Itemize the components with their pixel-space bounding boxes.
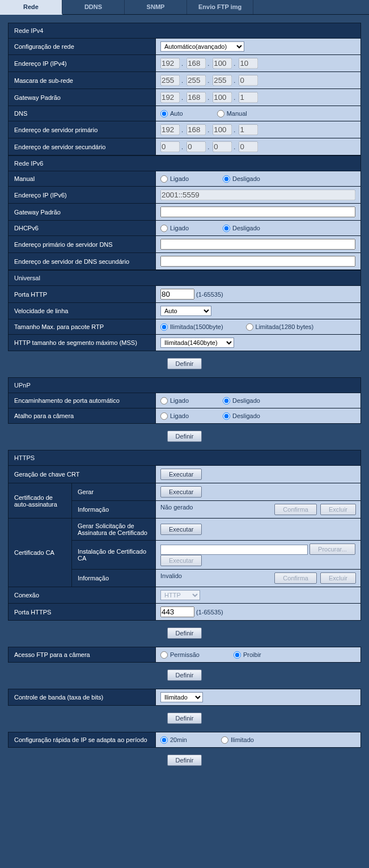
dns-auto-label: Auto [170,110,183,117]
fastip-20min-label: 20min [170,736,187,743]
ipv6-ip-input[interactable] [160,189,355,200]
dhcpv6-on-label: Ligado [170,225,189,231]
ca-delete-button[interactable]: Excluir [320,572,356,584]
dhcpv6-on-radio[interactable] [160,225,168,232]
ca-csr-exec-button[interactable]: Executar [160,524,202,535]
rtp-limited-radio[interactable] [246,323,253,331]
bw-label: Controle de banda (taxa de bits) [9,689,156,706]
ftp-label: Acesso FTP para a câmera [9,647,156,663]
upnp-fwd-on-label: Ligado [170,397,189,404]
dhcpv6-off-radio[interactable] [223,225,230,232]
bw-select[interactable]: Ilimitado [160,692,203,702]
dns2-o3[interactable] [213,141,232,152]
dns-manual-radio[interactable] [217,110,224,117]
dns1-o2[interactable] [186,124,206,135]
dns2-label: Endereço de servidor secundário [9,138,156,155]
dhcpv6-off-label: Desligado [232,225,260,231]
rtp-limited-label: Limitada(1280 bytes) [256,323,314,330]
http-port-label: Porta HTTP [9,286,156,303]
ipv6-dns2-input[interactable] [160,256,355,267]
ipv6-dns1-input[interactable] [160,239,355,250]
ftp-deny-label: Proibir [243,651,261,658]
gw-o3[interactable] [213,92,232,103]
mss-select[interactable]: Ilimitada(1460byte) [160,338,234,348]
mask-o1[interactable] [160,75,180,86]
ca-install-exec-button[interactable]: Executar [160,555,202,566]
ca-confirm-button[interactable]: Confirma [274,572,317,584]
ipv6-header: Rede IPv6 [9,156,361,171]
gw-o4[interactable] [239,92,258,103]
ipv4-header: Rede IPv4 [9,23,361,39]
upnp-shortcut-on-radio[interactable] [160,412,168,420]
linespeed-select[interactable]: Auto [160,306,211,316]
ftp-deny-radio[interactable] [234,651,241,659]
fastip-unlimited-radio[interactable] [221,736,228,744]
tab-snmp[interactable]: SNMP [125,0,187,14]
dns-manual-label: Manual [227,110,247,117]
crt-exec-button[interactable]: Executar [160,469,202,480]
dns-label: DNS [9,106,156,121]
upnp-fwd-off-label: Desligado [232,397,260,404]
ipv4-ip-o2[interactable] [186,58,206,69]
ipv6-manual-on-radio[interactable] [160,175,168,183]
fastip-section: Configuração rápida de IP se adapta ao p… [8,732,361,748]
mask-o2[interactable] [186,75,206,86]
set-button-bw[interactable]: Definir [167,713,202,724]
set-button-upnp[interactable]: Definir [167,431,202,442]
https-port-input[interactable] [160,606,194,617]
mask-o3[interactable] [213,75,232,86]
ca-browse-button[interactable]: Procurar... [309,543,355,555]
ipv6-gw-input[interactable] [160,207,355,217]
http-port-input[interactable] [160,289,194,300]
https-header: HTTPS [9,450,361,466]
ftp-allow-radio[interactable] [160,651,168,659]
dns1-o4[interactable] [239,124,258,135]
set-button-https[interactable]: Definir [167,627,202,639]
selfcert-info-value: Não gerado [160,504,193,511]
netconf-select[interactable]: Automático(avançado) [160,41,244,52]
upnp-shortcut-off-radio[interactable] [223,412,230,420]
mask-label: Mascara de sub-rede [9,72,156,89]
dns2-o2[interactable] [186,141,206,152]
crt-label: Geração de chave CRT [9,466,156,483]
mss-label: HTTP tamanho de segmento máximo (MSS) [9,335,156,351]
gw-o1[interactable] [160,92,180,103]
ca-file-input[interactable] [160,545,308,555]
selfcert-delete-button[interactable]: Excluir [320,504,356,515]
ipv4-ip-o1[interactable] [160,58,180,69]
dns1-o3[interactable] [213,124,232,135]
selfcert-exec-button[interactable]: Executar [160,486,202,498]
dns-auto-radio[interactable] [160,110,168,117]
ipv6-section: Rede IPv6 Manual Ligado Desligado Endere… [8,155,361,270]
set-button-ftp[interactable]: Definir [167,669,202,681]
dns2-o4[interactable] [239,141,258,152]
ftp-allow-label: Permissão [170,651,200,658]
ipv6-dns1-label: Endereço primário de servidor DNS [9,236,156,253]
mask-o4[interactable] [239,75,258,86]
ipv4-ip-o4[interactable] [239,58,258,69]
set-button-network[interactable]: Definir [167,358,202,369]
ipv6-manual-off-radio[interactable] [223,175,230,183]
upnp-shortcut-on-label: Ligado [170,412,189,419]
ipv4-ip-o3[interactable] [213,58,232,69]
gw-label: Gateway Padrão [9,89,156,106]
tab-ftpimg[interactable]: Envio FTP img [187,0,253,14]
conn-label: Conexão [9,587,156,604]
selfcert-confirm-button[interactable]: Confirma [274,504,317,515]
rtp-unlimited-radio[interactable] [160,323,168,331]
set-button-fastip[interactable]: Definir [167,755,202,766]
dns2-o1[interactable] [160,141,180,152]
tab-rede[interactable]: Rede [0,0,62,15]
conn-select[interactable]: HTTP [160,590,200,600]
upnp-fwd-off-radio[interactable] [223,397,230,404]
upnp-fwd-on-radio[interactable] [160,397,168,404]
linespeed-label: Velocidade de linha [9,303,156,319]
gw-o2[interactable] [186,92,206,103]
ipv6-gw-label: Gateway Padrão [9,204,156,221]
ca-info-value: Invalido [160,572,182,579]
tab-ddns[interactable]: DDNS [62,0,125,14]
dns1-o1[interactable] [160,124,180,135]
https-port-range: (1-65535) [196,609,223,616]
fastip-label: Configuração rápida de IP se adapta ao p… [9,732,156,748]
fastip-20min-radio[interactable] [160,736,168,744]
